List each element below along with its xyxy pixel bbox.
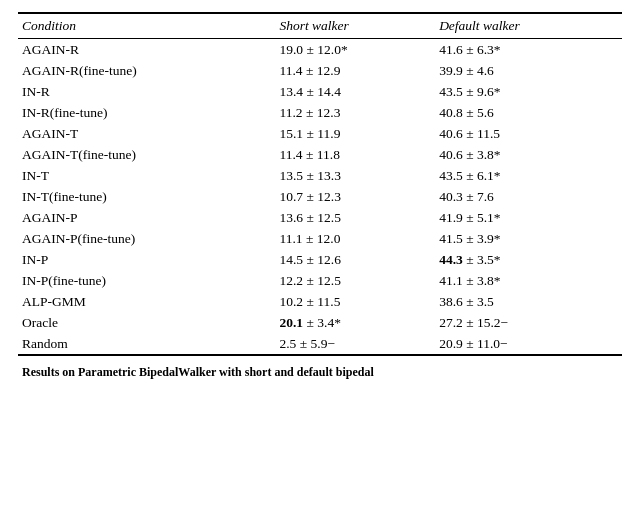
- cell-condition: AGAIN-T(fine-tune): [18, 144, 279, 165]
- cell-short-walker: 20.1 ± 3.4*: [279, 312, 439, 333]
- cell-default-walker: 41.9 ± 5.1*: [439, 207, 622, 228]
- cell-short-walker: 12.2 ± 12.5: [279, 270, 439, 291]
- table-row: IN-T(fine-tune)10.7 ± 12.340.3 ± 7.6: [18, 186, 622, 207]
- cell-condition: IN-T(fine-tune): [18, 186, 279, 207]
- cell-short-walker: 11.4 ± 12.9: [279, 60, 439, 81]
- cell-short-walker: 13.5 ± 13.3: [279, 165, 439, 186]
- cell-short-walker: 19.0 ± 12.0*: [279, 39, 439, 61]
- cell-short-walker: 11.1 ± 12.0: [279, 228, 439, 249]
- cell-default-walker: 40.6 ± 3.8*: [439, 144, 622, 165]
- cell-default-walker: 20.9 ± 11.0−: [439, 333, 622, 355]
- header-short-walker: Short walker: [279, 13, 439, 39]
- cell-condition: IN-P: [18, 249, 279, 270]
- table-row: Oracle20.1 ± 3.4*27.2 ± 15.2−: [18, 312, 622, 333]
- cell-default-walker: 41.5 ± 3.9*: [439, 228, 622, 249]
- cell-condition: AGAIN-R(fine-tune): [18, 60, 279, 81]
- cell-short-walker: 11.4 ± 11.8: [279, 144, 439, 165]
- cell-default-walker: 40.3 ± 7.6: [439, 186, 622, 207]
- cell-short-walker: 2.5 ± 5.9−: [279, 333, 439, 355]
- header-default-walker: Default walker: [439, 13, 622, 39]
- cell-short-walker: 10.7 ± 12.3: [279, 186, 439, 207]
- table-row: IN-P(fine-tune)12.2 ± 12.541.1 ± 3.8*: [18, 270, 622, 291]
- cell-default-walker: 39.9 ± 4.6: [439, 60, 622, 81]
- table-row: IN-R(fine-tune)11.2 ± 12.340.8 ± 5.6: [18, 102, 622, 123]
- cell-condition: IN-R: [18, 81, 279, 102]
- cell-short-walker: 13.6 ± 12.5: [279, 207, 439, 228]
- table-row: Random2.5 ± 5.9−20.9 ± 11.0−: [18, 333, 622, 355]
- cell-default-walker: 40.6 ± 11.5: [439, 123, 622, 144]
- cell-default-walker: 40.8 ± 5.6: [439, 102, 622, 123]
- cell-condition: ALP-GMM: [18, 291, 279, 312]
- table-container: Condition Short walker Default walker AG…: [0, 0, 640, 389]
- table-row: AGAIN-P(fine-tune)11.1 ± 12.041.5 ± 3.9*: [18, 228, 622, 249]
- cell-condition: AGAIN-R: [18, 39, 279, 61]
- results-table: Condition Short walker Default walker AG…: [18, 12, 622, 356]
- cell-short-walker: 15.1 ± 11.9: [279, 123, 439, 144]
- table-row: AGAIN-R(fine-tune)11.4 ± 12.939.9 ± 4.6: [18, 60, 622, 81]
- cell-condition: IN-R(fine-tune): [18, 102, 279, 123]
- cell-default-walker: 38.6 ± 3.5: [439, 291, 622, 312]
- cell-default-walker: 41.6 ± 6.3*: [439, 39, 622, 61]
- cell-condition: IN-P(fine-tune): [18, 270, 279, 291]
- cell-short-walker: 10.2 ± 11.5: [279, 291, 439, 312]
- table-row: AGAIN-T15.1 ± 11.940.6 ± 11.5: [18, 123, 622, 144]
- table-row: AGAIN-R19.0 ± 12.0*41.6 ± 6.3*: [18, 39, 622, 61]
- table-caption: Results on Parametric BipedalWalker with…: [18, 364, 622, 381]
- cell-default-walker: 44.3 ± 3.5*: [439, 249, 622, 270]
- cell-condition: Oracle: [18, 312, 279, 333]
- table-row: IN-P14.5 ± 12.644.3 ± 3.5*: [18, 249, 622, 270]
- cell-condition: IN-T: [18, 165, 279, 186]
- cell-condition: AGAIN-T: [18, 123, 279, 144]
- cell-condition: Random: [18, 333, 279, 355]
- table-header-row: Condition Short walker Default walker: [18, 13, 622, 39]
- cell-default-walker: 43.5 ± 9.6*: [439, 81, 622, 102]
- cell-condition: AGAIN-P(fine-tune): [18, 228, 279, 249]
- table-row: AGAIN-T(fine-tune)11.4 ± 11.840.6 ± 3.8*: [18, 144, 622, 165]
- cell-short-walker: 13.4 ± 14.4: [279, 81, 439, 102]
- cell-default-walker: 27.2 ± 15.2−: [439, 312, 622, 333]
- table-row: IN-R13.4 ± 14.443.5 ± 9.6*: [18, 81, 622, 102]
- cell-short-walker: 14.5 ± 12.6: [279, 249, 439, 270]
- header-condition: Condition: [18, 13, 279, 39]
- cell-default-walker: 43.5 ± 6.1*: [439, 165, 622, 186]
- table-row: IN-T13.5 ± 13.343.5 ± 6.1*: [18, 165, 622, 186]
- cell-condition: AGAIN-P: [18, 207, 279, 228]
- caption-label: Results on Parametric BipedalWalker with…: [22, 365, 374, 379]
- cell-default-walker: 41.1 ± 3.8*: [439, 270, 622, 291]
- table-row: ALP-GMM10.2 ± 11.538.6 ± 3.5: [18, 291, 622, 312]
- cell-short-walker: 11.2 ± 12.3: [279, 102, 439, 123]
- table-row: AGAIN-P13.6 ± 12.541.9 ± 5.1*: [18, 207, 622, 228]
